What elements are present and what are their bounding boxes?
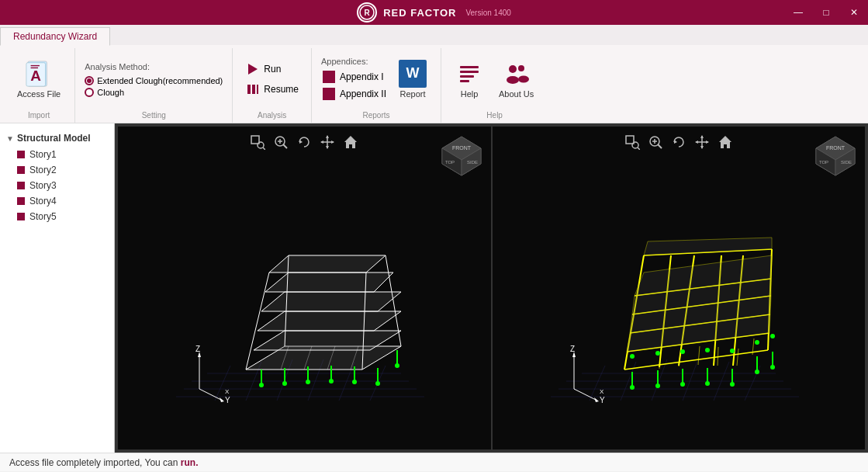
app-name: RED FACTOR (383, 7, 456, 19)
appendices-label: Appendices: (321, 57, 388, 66)
right-zoom-window-btn[interactable] (623, 133, 641, 151)
svg-text:A: A (30, 67, 41, 83)
right-zoom-btn[interactable] (646, 133, 665, 151)
svg-marker-100 (719, 136, 731, 148)
svg-line-90 (658, 144, 662, 148)
tree-item-story3[interactable]: Story3 (0, 178, 114, 193)
svg-marker-97 (700, 146, 704, 149)
word-icon: W (399, 60, 427, 88)
access-file-label: Access File (17, 89, 61, 99)
radio-clough[interactable]: Clough (85, 88, 223, 97)
tree-arrow-icon: ▼ (6, 134, 14, 143)
svg-marker-53 (258, 311, 401, 331)
resume-button[interactable]: Resume (242, 80, 302, 99)
access-file-button[interactable]: A Access File (12, 57, 65, 102)
svg-text:Y: Y (225, 396, 230, 404)
import-group-content: A Access File (12, 48, 65, 109)
svg-rect-13 (460, 75, 474, 78)
close-button[interactable]: ✕ (840, 0, 868, 25)
tree-header[interactable]: ▼ Structural Model (0, 130, 114, 147)
tree-item-story4[interactable]: Story4 (0, 193, 114, 209)
status-text: Access file completely imported, You can (9, 457, 178, 468)
svg-point-149 (655, 384, 660, 388)
svg-point-150 (680, 382, 685, 387)
sidebar: ▼ Structural Model Story1 Story2 Story3 … (0, 123, 115, 453)
svg-point-74 (395, 363, 399, 368)
ribbon-group-reports: Appendices: Appendix I Appendix II W (315, 48, 441, 123)
clough-label: Clough (97, 88, 124, 97)
tree-item-story5[interactable]: Story5 (0, 209, 114, 224)
viewports-container: FRONT SIDE TOP (115, 123, 868, 453)
right-home-btn[interactable] (716, 133, 735, 151)
help-icon-area (455, 60, 483, 88)
right-pan-btn[interactable] (693, 133, 711, 151)
ribbon-group-help: Help About Us Help (444, 48, 548, 123)
left-zoom-window-btn[interactable] (248, 133, 267, 151)
minimize-button[interactable]: — (784, 0, 812, 25)
story4-label: Story4 (29, 196, 57, 206)
appendix-i-button[interactable]: Appendix I (321, 69, 388, 85)
svg-point-156 (655, 351, 660, 356)
svg-point-153 (755, 370, 759, 374)
svg-point-20 (258, 142, 264, 148)
tree-item-story1[interactable]: Story1 (0, 147, 114, 162)
radio-extended-clough[interactable]: Extended Clough(recommended) (85, 76, 223, 85)
tab-redundancy-wizard[interactable]: Redundancy Wizard (0, 27, 110, 46)
svg-point-155 (630, 354, 635, 359)
right-rotate-btn[interactable] (669, 133, 688, 151)
left-home-btn[interactable] (341, 133, 360, 151)
status-bar: Access file completely imported, You can… (0, 453, 868, 471)
svg-point-71 (329, 379, 334, 384)
maximize-button[interactable]: □ (812, 0, 840, 25)
left-rotate-btn[interactable] (295, 133, 313, 151)
svg-line-139 (737, 349, 738, 366)
report-icon: W (399, 60, 427, 88)
svg-marker-93 (674, 140, 677, 144)
left-pan-btn[interactable] (318, 133, 337, 151)
reports-group-label: Reports (363, 109, 390, 123)
svg-rect-11 (460, 66, 479, 68)
left-zoom-btn[interactable] (271, 133, 290, 151)
svg-rect-14 (460, 80, 469, 82)
report-button[interactable]: W Report (394, 57, 431, 102)
appendix-ii-button[interactable]: Appendix II (321, 86, 388, 102)
svg-point-154 (770, 365, 775, 370)
extended-clough-label: Extended Clough(recommended) (97, 76, 223, 85)
help-button[interactable]: Help (451, 57, 488, 102)
svg-point-160 (755, 340, 759, 345)
appendix-i-icon (323, 71, 335, 83)
svg-marker-56 (269, 255, 386, 272)
svg-text:Z: Z (570, 345, 575, 353)
svg-marker-96 (700, 135, 704, 138)
help-label: Help (461, 89, 479, 99)
svg-point-161 (770, 334, 775, 338)
run-label: Run (264, 64, 281, 75)
ribbon-group-import: A Access File Import (6, 48, 75, 123)
svg-line-21 (263, 148, 265, 150)
window-controls: — □ ✕ (784, 0, 868, 25)
about-us-button[interactable]: About Us (494, 57, 538, 102)
ribbon: Redundancy Wizard A Ac (0, 25, 868, 123)
tree-header-label: Structural Model (17, 133, 91, 144)
svg-line-23 (283, 144, 287, 148)
resume-label: Resume (264, 84, 299, 95)
svg-marker-54 (261, 292, 401, 311)
analysis-method-label: Analysis Method: (85, 62, 223, 71)
right-viewport[interactable]: FRONT SIDE TOP (493, 127, 866, 449)
story5-color-box (17, 213, 25, 220)
ribbon-group-analysis: Run Resume Analysis (236, 48, 312, 123)
svg-point-152 (730, 382, 735, 387)
left-viewport[interactable]: FRONT SIDE TOP (118, 127, 491, 449)
svg-text:X: X (225, 388, 230, 395)
svg-rect-86 (626, 136, 634, 144)
status-run-link[interactable]: run. (181, 457, 199, 468)
resume-icon (245, 82, 261, 97)
svg-rect-19 (251, 136, 259, 144)
appendix-ii-label: Appendix II (340, 88, 386, 99)
analysis-group-label: Analysis (258, 109, 286, 123)
svg-text:Y: Y (600, 396, 605, 404)
svg-rect-8 (247, 85, 251, 94)
run-button[interactable]: Run (242, 60, 302, 78)
import-group-label: Import (28, 109, 50, 123)
tree-item-story2[interactable]: Story2 (0, 162, 114, 178)
